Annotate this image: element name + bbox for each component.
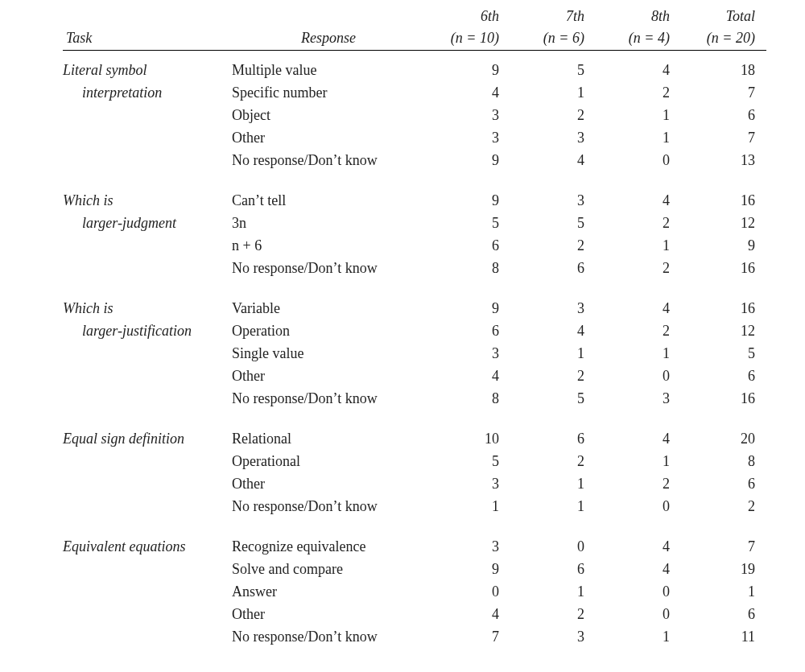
task-cell: interpretation (63, 82, 232, 105)
value-cell: 2 (596, 473, 681, 496)
task-cell (63, 365, 232, 388)
value-cell: 3 (510, 626, 596, 649)
task-cell: Equal sign definition (63, 428, 232, 451)
value-cell: 2 (510, 604, 596, 626)
value-cell: 6 (425, 320, 510, 343)
value-cell: 4 (510, 150, 596, 172)
value-cell: 4 (596, 559, 681, 581)
table-row: larger-justificationOperation64212 (63, 320, 766, 343)
value-cell: 1 (596, 451, 681, 473)
response-cell: Other (232, 365, 425, 388)
table-row: Object3216 (63, 105, 766, 127)
value-cell: 6 (681, 473, 766, 496)
value-cell: 1 (510, 473, 596, 496)
group-gap (63, 518, 766, 536)
value-cell: 16 (681, 190, 766, 212)
value-cell: 20 (681, 428, 766, 451)
value-cell: 1 (596, 235, 681, 258)
group-gap (63, 280, 766, 298)
response-cell: Specific number (232, 82, 425, 105)
value-cell: 7 (681, 536, 766, 559)
task-cell-line2: interpretation (63, 85, 229, 101)
value-cell: 6 (510, 559, 596, 581)
task-cell (63, 451, 232, 473)
value-cell: 6 (510, 428, 596, 451)
value-cell: 4 (425, 365, 510, 388)
value-cell: 5 (510, 51, 596, 82)
table-row: larger-judgment3n55212 (63, 212, 766, 235)
table-row: Equal sign definitionRelational106420 (63, 428, 766, 451)
value-cell: 8 (425, 258, 510, 280)
value-cell: 8 (425, 388, 510, 410)
table-row: Other3317 (63, 127, 766, 150)
task-cell-line2: larger-justification (63, 323, 229, 340)
response-cell: n + 6 (232, 235, 425, 258)
response-cell: No response/Don’t know (232, 388, 425, 410)
response-cell: Other (232, 604, 425, 626)
value-cell: 6 (510, 258, 596, 280)
value-cell: 19 (681, 559, 766, 581)
value-cell: 1 (510, 496, 596, 518)
col-header-total-bot: (n = 20) (681, 28, 766, 51)
task-cell (63, 388, 232, 410)
table-header: 6th 7th 8th Total Task Response (n = 10)… (63, 8, 766, 51)
task-cell: Literal symbol (63, 51, 232, 82)
table-row: No response/Don’t know73111 (63, 626, 766, 649)
task-cell: larger-judgment (63, 212, 232, 235)
value-cell: 13 (681, 150, 766, 172)
table-row: No response/Don’t know85316 (63, 388, 766, 410)
response-cell: Relational (232, 428, 425, 451)
value-cell: 4 (596, 428, 681, 451)
value-cell: 4 (596, 190, 681, 212)
response-cell: Variable (232, 298, 425, 320)
value-cell: 2 (510, 105, 596, 127)
value-cell: 2 (596, 258, 681, 280)
task-cell (63, 559, 232, 581)
col-header-6th-top: 6th (425, 8, 510, 28)
value-cell: 9 (425, 190, 510, 212)
value-cell: 1 (596, 343, 681, 365)
value-cell: 2 (596, 82, 681, 105)
value-cell: 1 (596, 127, 681, 150)
value-cell: 3 (425, 536, 510, 559)
task-cell (63, 496, 232, 518)
value-cell: 2 (510, 365, 596, 388)
col-header-6th-bot: (n = 10) (425, 28, 510, 51)
value-cell: 18 (681, 51, 766, 82)
value-cell: 2 (510, 451, 596, 473)
task-cell (63, 127, 232, 150)
table-row: Literal symbolMultiple value95418 (63, 51, 766, 82)
task-cell (63, 604, 232, 626)
value-cell: 0 (596, 604, 681, 626)
col-header-8th-bot: (n = 4) (596, 28, 681, 51)
response-cell: Other (232, 473, 425, 496)
response-cell: No response/Don’t know (232, 258, 425, 280)
task-cell (63, 150, 232, 172)
table-row: Other4206 (63, 365, 766, 388)
col-header-total-top: Total (681, 8, 766, 28)
value-cell: 3 (425, 473, 510, 496)
col-header-8th-top: 8th (596, 8, 681, 28)
task-cell (63, 473, 232, 496)
value-cell: 2 (681, 496, 766, 518)
col-header-7th-top: 7th (510, 8, 596, 28)
response-cell: 3n (232, 212, 425, 235)
value-cell: 5 (425, 212, 510, 235)
value-cell: 5 (510, 212, 596, 235)
task-cell: larger-justification (63, 320, 232, 343)
group-gap (63, 410, 766, 428)
value-cell: 3 (425, 343, 510, 365)
value-cell: 1 (681, 581, 766, 604)
value-cell: 9 (425, 559, 510, 581)
value-cell: 3 (510, 127, 596, 150)
value-cell: 10 (425, 428, 510, 451)
value-cell: 9 (425, 298, 510, 320)
task-cell (63, 235, 232, 258)
response-cell: Answer (232, 581, 425, 604)
value-cell: 4 (510, 320, 596, 343)
table-row: Single value3115 (63, 343, 766, 365)
value-cell: 4 (596, 51, 681, 82)
value-cell: 6 (681, 604, 766, 626)
value-cell: 6 (681, 365, 766, 388)
table-row: No response/Don’t know86216 (63, 258, 766, 280)
